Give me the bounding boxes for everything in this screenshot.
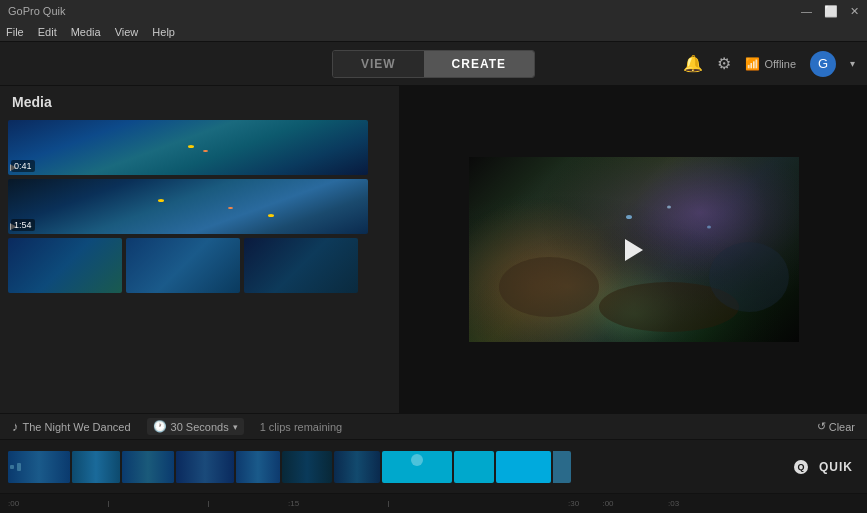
media-row-2[interactable]: ▶ 1:54 [8, 179, 391, 234]
window-controls[interactable]: — ⬜ ✕ [801, 5, 859, 18]
menu-file[interactable]: File [6, 26, 24, 38]
svg-rect-10 [10, 465, 14, 469]
duration-label: 30 Seconds [171, 421, 229, 433]
play-button[interactable] [625, 239, 643, 261]
ruler-mark-03: :03 [668, 499, 679, 508]
svg-rect-14 [176, 451, 234, 483]
tab-view[interactable]: VIEW [333, 51, 424, 77]
clip-svg-3 [122, 451, 174, 483]
timeline-track[interactable]: Q QUIK [0, 440, 867, 493]
minimize-button[interactable]: — [801, 5, 812, 18]
clip-3[interactable] [122, 451, 174, 483]
quik-logo-text: QUIK [819, 460, 853, 474]
ruler-label-30: :30 [568, 499, 579, 508]
clip-cap [553, 451, 571, 483]
ruler-mark-1 [108, 501, 109, 507]
chevron-duration-icon: ▾ [233, 422, 238, 432]
fish-decoration [188, 145, 194, 148]
media-grid[interactable]: ▶ 0:41 ▶ 1:54 [0, 116, 399, 413]
title-bar: GoPro Quik — ⬜ ✕ [0, 0, 867, 22]
avatar[interactable]: G [810, 51, 836, 77]
thumb-main-2: ▶ 1:54 [8, 179, 368, 234]
ruler-label-0: :00 [8, 499, 19, 508]
clock-icon: 🕐 [153, 420, 167, 433]
top-nav: VIEW CREATE 🔔 ⚙ 📶 Offline G ▾ [0, 42, 867, 86]
ruler-tick-1 [108, 501, 109, 507]
menu-bar: File Edit Media View Help [0, 22, 867, 42]
clip-4[interactable] [176, 451, 234, 483]
settings-icon[interactable]: ⚙ [717, 54, 731, 73]
ruler-label-30b: :00 [598, 499, 614, 508]
music-track-name[interactable]: The Night We Danced [23, 421, 131, 433]
music-label: ♪ The Night We Danced [12, 419, 131, 434]
small-thumb-1[interactable] [8, 238, 122, 293]
clip-active-3[interactable] [496, 451, 551, 483]
app-title: GoPro Quik [8, 5, 65, 17]
offline-status: 📶 Offline [745, 57, 796, 71]
clear-button[interactable]: ↺ Clear [817, 420, 855, 433]
clip-svg-5 [236, 451, 280, 483]
clip-1[interactable] [8, 451, 70, 483]
clip-svg-4 [176, 451, 234, 483]
track-clips [0, 449, 579, 485]
clips-remaining: 1 clips remaining [260, 421, 343, 433]
ruler-mark-30b: :00 [598, 499, 614, 508]
clip-svg-2 [72, 451, 120, 483]
main-content: Media ▶ 0:41 [0, 86, 867, 413]
small-thumbs-row [8, 238, 368, 293]
svg-rect-15 [236, 451, 280, 483]
media-row-1[interactable]: ▶ 0:41 [8, 120, 391, 175]
thumb-duration-2: 1:54 [11, 219, 35, 231]
timeline-controls: ♪ The Night We Danced 🕐 30 Seconds ▾ 1 c… [0, 414, 867, 440]
media-thumb-2[interactable]: ▶ 1:54 [8, 179, 368, 234]
close-button[interactable]: ✕ [850, 5, 859, 18]
quik-logo-area: Q QUIK [794, 460, 867, 474]
clip-5[interactable] [236, 451, 280, 483]
maximize-button[interactable]: ⬜ [824, 5, 838, 18]
preview-panel [400, 86, 867, 413]
menu-view[interactable]: View [115, 26, 139, 38]
svg-rect-11 [17, 463, 21, 471]
menu-help[interactable]: Help [152, 26, 175, 38]
thumb-main-1: ▶ 0:41 [8, 120, 368, 175]
svg-point-3 [499, 257, 599, 317]
ruler-mark-2 [208, 501, 209, 507]
notification-icon[interactable]: 🔔 [683, 54, 703, 73]
timeline-ruler: :00 :15 :30 :00 :03 [0, 493, 867, 513]
ruler-mark-3 [388, 501, 389, 507]
tab-create[interactable]: CREATE [424, 51, 534, 77]
fish-decoration [268, 214, 274, 217]
wifi-icon: 📶 [745, 57, 760, 71]
clear-label: Clear [829, 421, 855, 433]
fish-decoration [228, 207, 233, 209]
nav-tabs: VIEW CREATE [332, 50, 535, 78]
quik-q-icon: Q [794, 460, 808, 474]
media-thumb-1[interactable]: ▶ 0:41 [8, 120, 368, 175]
media-header: Media [0, 86, 399, 116]
fish-decoration [203, 150, 208, 152]
svg-point-8 [707, 226, 711, 229]
clip-active-2[interactable] [454, 451, 494, 483]
media-panel: Media ▶ 0:41 [0, 86, 400, 413]
small-thumb-2[interactable] [126, 238, 240, 293]
chevron-down-icon[interactable]: ▾ [850, 58, 855, 69]
offline-label-text: Offline [764, 58, 796, 70]
time-selector[interactable]: 🕐 30 Seconds ▾ [147, 418, 244, 435]
menu-edit[interactable]: Edit [38, 26, 57, 38]
ruler-mark-0: :00 [8, 499, 19, 508]
clip-6[interactable] [282, 451, 332, 483]
menu-media[interactable]: Media [71, 26, 101, 38]
clip-active-1[interactable] [382, 451, 452, 483]
ruler-mark-30: :30 [568, 499, 579, 508]
svg-rect-12 [72, 451, 120, 483]
ruler-tick-2 [208, 501, 209, 507]
thumb-duration-1: 0:41 [11, 160, 35, 172]
refresh-icon: ↺ [817, 420, 826, 433]
small-thumb-3[interactable] [244, 238, 358, 293]
ruler-mark-15: :15 [288, 499, 299, 508]
svg-point-7 [667, 206, 671, 209]
fish-decoration [158, 199, 164, 202]
svg-point-6 [626, 215, 632, 219]
clip-7[interactable] [334, 451, 380, 483]
clip-2[interactable] [72, 451, 120, 483]
